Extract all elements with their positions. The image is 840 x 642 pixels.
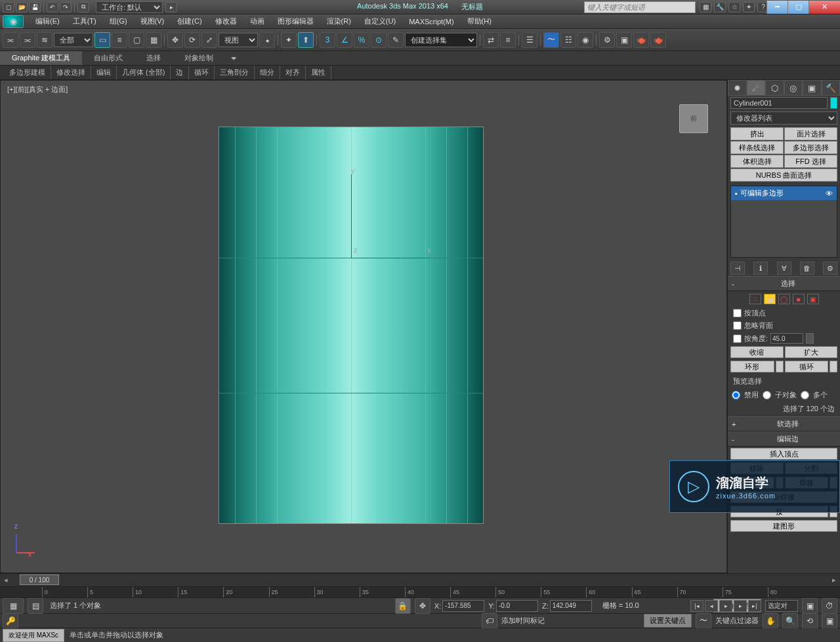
snap-3d-icon[interactable]: 3 bbox=[320, 32, 335, 48]
schematic-view-icon[interactable]: ☷ bbox=[560, 32, 576, 48]
menu-create[interactable]: 创建(C) bbox=[171, 14, 208, 28]
menu-animation[interactable]: 动画 bbox=[243, 14, 271, 28]
menu-maxscript[interactable]: MAXScript(M) bbox=[402, 16, 460, 28]
goto-end-icon[interactable]: ▸| bbox=[748, 600, 761, 612]
menu-group[interactable]: 组(G) bbox=[103, 14, 134, 28]
workspace-dropdown[interactable]: 工作台: 默认 bbox=[96, 1, 163, 13]
menu-modifiers[interactable]: 修改器 bbox=[209, 14, 243, 28]
tl-next-icon[interactable]: ▸ bbox=[832, 576, 836, 584]
element-subobj-icon[interactable]: ▣ bbox=[807, 294, 819, 304]
motion-tab-icon[interactable]: ◎ bbox=[784, 80, 803, 96]
material-editor-icon[interactable]: ◉ bbox=[578, 32, 593, 48]
object-name-input[interactable] bbox=[730, 97, 828, 109]
scale-gizmo-icon[interactable]: ⤢ bbox=[201, 32, 217, 48]
prev-frame-icon[interactable]: ◂ bbox=[705, 600, 718, 612]
goto-start-icon[interactable]: |◂ bbox=[690, 600, 704, 612]
angle-spinner[interactable] bbox=[770, 333, 803, 344]
lock-icon[interactable]: 🔒 bbox=[395, 598, 411, 614]
rsub-tri[interactable]: 三角剖分 bbox=[215, 66, 255, 79]
section-selection[interactable]: -选择 bbox=[728, 276, 840, 291]
next-frame-icon[interactable]: ▸ bbox=[734, 600, 747, 612]
make-unique-icon[interactable]: ∀ bbox=[777, 262, 791, 275]
curve-editor-icon[interactable]: 〜 bbox=[543, 32, 559, 48]
z-coord-input[interactable] bbox=[550, 600, 592, 612]
mod-extrude-button[interactable]: 挤出 bbox=[730, 127, 784, 140]
menu-view[interactable]: 视图(V) bbox=[134, 14, 171, 28]
expand-button[interactable]: 扩大 bbox=[785, 346, 838, 358]
mod-spline-select-button[interactable]: 样条线选择 bbox=[730, 141, 784, 154]
bind-space-warp-icon[interactable]: ≋ bbox=[37, 32, 52, 48]
redo-icon[interactable]: ↷ bbox=[60, 2, 72, 12]
viewport-label[interactable]: [+][前][真实 + 边面] bbox=[7, 85, 68, 94]
polygon-subobj-icon[interactable]: ■ bbox=[793, 294, 805, 304]
edit-named-sel-icon[interactable]: ✎ bbox=[388, 32, 404, 48]
create-shape-button[interactable]: 建图形 bbox=[730, 520, 837, 532]
modify-tab-icon[interactable]: ☄ bbox=[747, 80, 766, 96]
rsub-modify-sel[interactable]: 修改选择 bbox=[51, 66, 91, 79]
render-setup-icon[interactable]: ⚙ bbox=[599, 32, 615, 48]
remove-mod-icon[interactable]: 🗑 bbox=[800, 262, 814, 275]
save-file-icon[interactable]: 💾 bbox=[29, 2, 41, 12]
set-key-button[interactable]: 设置关键点 bbox=[644, 614, 692, 628]
display-tab-icon[interactable]: ▣ bbox=[803, 80, 822, 96]
link-chain-icon[interactable]: ⫘ bbox=[3, 32, 18, 48]
render-prod-icon[interactable]: 🫖 bbox=[650, 32, 666, 48]
time-slider[interactable]: ◂ 0 / 100 ▸ bbox=[0, 574, 840, 587]
modifier-list-dropdown[interactable]: 修改器列表 bbox=[730, 111, 837, 125]
key-tangent-select[interactable] bbox=[765, 600, 798, 612]
time-slider-handle[interactable]: 0 / 100 bbox=[20, 574, 59, 585]
key-icon[interactable]: 🔧 bbox=[714, 2, 726, 12]
time-config-icon[interactable]: ⏱ bbox=[822, 598, 837, 614]
hierarchy-tab-icon[interactable]: ⬡ bbox=[765, 80, 784, 96]
shrink-button[interactable]: 收缩 bbox=[730, 346, 784, 358]
section-edit-edge[interactable]: -编辑边 bbox=[728, 431, 840, 447]
percent-snap-icon[interactable]: % bbox=[354, 32, 369, 48]
insert-vertex-button[interactable]: 插入顶点 bbox=[730, 448, 837, 460]
named-selection-set[interactable]: 创建选择集 bbox=[405, 33, 477, 47]
undo-icon[interactable]: ↶ bbox=[47, 2, 58, 12]
rsub-loop[interactable]: 循环 bbox=[189, 66, 215, 79]
menu-tools[interactable]: 工具(T) bbox=[66, 14, 103, 28]
utilities-tab-icon[interactable]: 🔨 bbox=[822, 80, 841, 96]
listener-icon[interactable]: ▤ bbox=[28, 598, 43, 614]
angle-snap-icon[interactable]: ∠ bbox=[337, 32, 352, 48]
by-vertex-checkbox[interactable] bbox=[733, 309, 742, 317]
rsub-align[interactable]: 对齐 bbox=[280, 66, 306, 79]
border-subobj-icon[interactable]: ◯ bbox=[778, 294, 790, 304]
mod-nurbs-button[interactable]: NURBS 曲面选择 bbox=[730, 169, 837, 182]
layer-manager-icon[interactable]: ☰ bbox=[522, 32, 537, 48]
section-soft-select[interactable]: +软选择 bbox=[728, 416, 840, 431]
modifier-stack[interactable]: ▪ 可编辑多边形 👁 bbox=[730, 186, 837, 258]
tab-graphite[interactable]: Graphite 建模工具 bbox=[0, 51, 82, 65]
app-logo-icon[interactable]: ◉ bbox=[3, 15, 24, 28]
ring-button[interactable]: 环形 bbox=[730, 361, 774, 372]
workspace-selector[interactable]: 工作台: 默认 ▸ bbox=[96, 1, 177, 13]
mirror-icon[interactable]: ⇄ bbox=[483, 32, 499, 48]
set-key-icon[interactable]: 🔑 bbox=[3, 613, 18, 629]
eye-icon[interactable]: 👁 bbox=[826, 190, 833, 197]
rect-select-icon[interactable]: ▢ bbox=[129, 32, 144, 48]
unlink-icon[interactable]: ⫘ bbox=[20, 32, 35, 48]
y-coord-input[interactable] bbox=[496, 600, 538, 612]
vp-layout-icon[interactable]: ▣ bbox=[802, 598, 818, 614]
tab-object-paint[interactable]: 对象绘制 bbox=[173, 51, 225, 65]
expand-icon[interactable]: ▪ bbox=[735, 190, 738, 197]
nav-orbit-icon[interactable]: ⟲ bbox=[802, 613, 818, 629]
key-filter-curve-icon[interactable]: 〜 bbox=[696, 613, 711, 629]
rsub-geom[interactable]: 几何体 (全部) bbox=[117, 66, 171, 79]
add-time-tag-label[interactable]: 添加时间标记 bbox=[501, 616, 545, 626]
maxscript-icon[interactable]: ▦ bbox=[3, 598, 24, 614]
loop-spinner[interactable]: ◂▸ bbox=[830, 361, 837, 372]
select-manipulate-icon[interactable]: ✦ bbox=[281, 32, 297, 48]
ref-coord-select[interactable]: 视图 bbox=[219, 33, 258, 47]
x-coord-input[interactable] bbox=[442, 600, 484, 612]
create-tab-icon[interactable]: ✹ bbox=[728, 80, 747, 96]
nav-max-icon[interactable]: ▣ bbox=[822, 613, 837, 629]
vertex-subobj-icon[interactable]: ∴ bbox=[749, 294, 761, 304]
rotate-gizmo-icon[interactable]: ⟳ bbox=[184, 32, 200, 48]
select-object-icon[interactable]: ▭ bbox=[94, 32, 110, 48]
spinner-snap-icon[interactable]: ⊙ bbox=[371, 32, 387, 48]
close-button[interactable]: ✕ bbox=[808, 1, 840, 14]
time-ruler[interactable]: 05101520253035404550556065707580 bbox=[0, 587, 840, 599]
viewport[interactable]: [+][前][真实 + 边面] 前 y x z zx bbox=[0, 80, 727, 573]
